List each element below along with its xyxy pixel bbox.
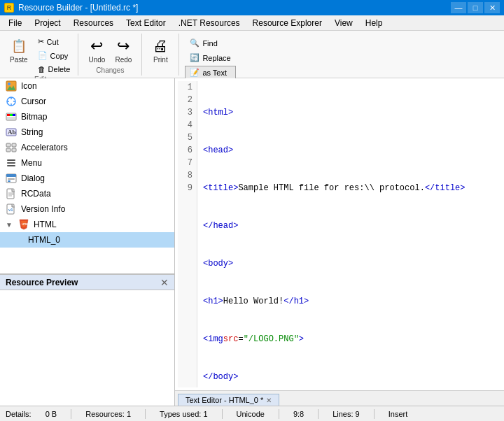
tree-item-menu[interactable]: Menu [0,155,174,171]
paste-button[interactable]: 📋 Paste [6,35,32,76]
redo-button[interactable]: ↪ Redo [111,35,136,66]
print-button[interactable]: 🖨 Print [148,35,173,66]
menu-net-resources[interactable]: .NET Resources [173,16,246,30]
tree-item-dialog[interactable]: Dialog [0,171,174,186]
svg-text:Ab: Ab [8,129,16,136]
svg-rect-23 [6,174,16,177]
status-divider-1 [71,409,71,419]
maximize-button[interactable]: □ [468,2,483,13]
find-label: Find [202,39,217,48]
html-0-resource-label: HTML_0 [28,235,60,245]
version-info-resource-label: Version Info [21,204,65,214]
find-icon: 🔍 [190,38,200,48]
minimize-button[interactable]: — [451,2,466,13]
code-area[interactable]: <html> <head> <title>Sample HTML file fo… [197,81,501,387]
dialog-resource-icon [6,173,17,184]
editor-tab-close-button[interactable]: ✕ [266,397,272,404]
svg-rect-20 [7,162,15,164]
editor-tab-label: Text Editor - HTML_0 * [186,396,263,404]
tree-item-bitmap[interactable]: Bitmap [0,109,174,124]
replace-button[interactable]: 🔄 Replace [185,51,235,64]
tree-item-icon[interactable]: Icon [0,78,174,94]
editor-tab[interactable]: Text Editor - HTML_0 * ✕ [178,394,279,406]
details-label: Details: [6,410,31,418]
print-icon: 🖨 [152,38,169,55]
menu-resource-explorer[interactable]: Resource Explorer [247,16,328,30]
delete-icon: 🗑 [38,65,46,73]
svg-rect-21 [7,165,15,166]
copy-icon: 📄 [38,51,48,60]
status-divider-3 [222,409,223,419]
menu-file[interactable]: File [3,16,27,30]
menu-help[interactable]: Help [360,16,388,30]
menu-project[interactable]: Project [29,16,66,30]
title-text: Resource Builder - [Untitled.rc *] [18,3,138,13]
tree-item-version-info[interactable]: v1 Version Info [0,201,174,217]
toolbar-edit-group: 📋 Paste ✂ Paste Cut 📄 Copy 🗑 Delete [3,34,78,76]
toolbar-changes-group: ↩ Undo ↪ Redo Changes [78,34,142,76]
menu-view[interactable]: View [329,16,358,30]
as-text-button[interactable]: 📝 as Text [185,66,235,79]
main-area: Icon Cursor Bitmap Ab Strin [0,78,504,406]
status-divider-4 [279,409,279,419]
redo-label: Redo [115,56,132,64]
types-used-value: Types used: 1 [160,410,208,418]
svg-rect-16 [12,143,16,147]
lines-value: Lines: 9 [332,410,360,418]
resource-tree[interactable]: Icon Cursor Bitmap Ab Strin [0,78,174,274]
code-line-1: <html> [203,106,501,119]
tree-item-rcdata[interactable]: RCData [0,186,174,201]
position-value: 9:8 [293,410,304,418]
cursor-resource-icon [6,96,17,107]
find-button[interactable]: 🔍 Find [185,36,235,50]
status-bar: Details: 0 B Resources: 1 Types used: 1 … [0,406,504,421]
svg-point-1 [8,83,10,85]
editor-tab-bar: Text Editor - HTML_0 * ✕ [175,390,504,406]
menu-resources[interactable]: Resources [68,16,119,30]
line-numbers: 1 2 3 4 5 6 7 8 9 [178,81,197,387]
menu-bar: File Project Resources Text Editor .NET … [0,15,504,31]
bitmap-resource-label: Bitmap [21,112,47,122]
undo-button[interactable]: ↩ Undo [84,35,109,66]
string-resource-label: String [21,127,43,137]
tree-item-html[interactable]: ▼ HTML HTML [0,217,174,232]
tree-item-accelerators[interactable]: Accelerators [0,140,174,155]
svg-rect-18 [12,148,16,152]
editor-panel: 1 2 3 4 5 6 7 8 9 <html> <head> <title>S… [175,78,504,406]
svg-rect-10 [10,114,13,116]
app-icon: R [4,3,14,13]
redo-icon: ↪ [115,38,132,55]
tree-item-string[interactable]: Ab String [0,124,174,140]
html-resource-label: HTML [34,220,57,229]
html-resource-icon: HTML [18,219,29,230]
tree-item-cursor[interactable]: Cursor [0,94,174,109]
svg-rect-11 [13,114,15,116]
toolbar-print-group: 🖨 Print [142,34,179,76]
close-button[interactable]: ✕ [484,2,500,13]
delete-button[interactable]: 🗑 Delete [33,63,76,76]
svg-text:HTML: HTML [22,222,29,226]
expand-arrow: ▼ [6,221,13,229]
code-line-3: <title>Sample HTML file for res:\\ proto… [203,182,501,194]
tree-item-html-0[interactable]: HTML_0 [0,232,174,248]
paste-icon: 📋 [10,38,27,55]
toolbar: 📋 Paste ✂ Paste Cut 📄 Copy 🗑 Delete [0,31,504,78]
preview-title: Resource Preview [6,278,78,287]
code-line-7: <img src="/LOGO.PNG"> [203,333,501,345]
menu-text-editor[interactable]: Text Editor [120,16,172,30]
svg-rect-15 [6,143,10,147]
cut-label: Cut [47,38,59,46]
copy-button[interactable]: 📄 Copy [33,49,76,62]
preview-close-button[interactable]: ✕ [160,277,169,288]
undo-label: Undo [88,56,105,64]
svg-rect-25 [8,180,10,182]
cut-button[interactable]: ✂ Paste Cut [33,35,76,48]
menu-resource-label: Menu [21,158,42,168]
svg-rect-9 [7,114,10,116]
code-line-5: <body> [203,257,501,270]
svg-rect-12 [7,117,15,120]
cursor-resource-label: Cursor [21,97,46,106]
title-bar: R Resource Builder - [Untitled.rc *] — □… [0,0,504,15]
title-bar-controls[interactable]: — □ ✕ [451,2,500,13]
editor-content[interactable]: 1 2 3 4 5 6 7 8 9 <html> <head> <title>S… [175,78,504,390]
